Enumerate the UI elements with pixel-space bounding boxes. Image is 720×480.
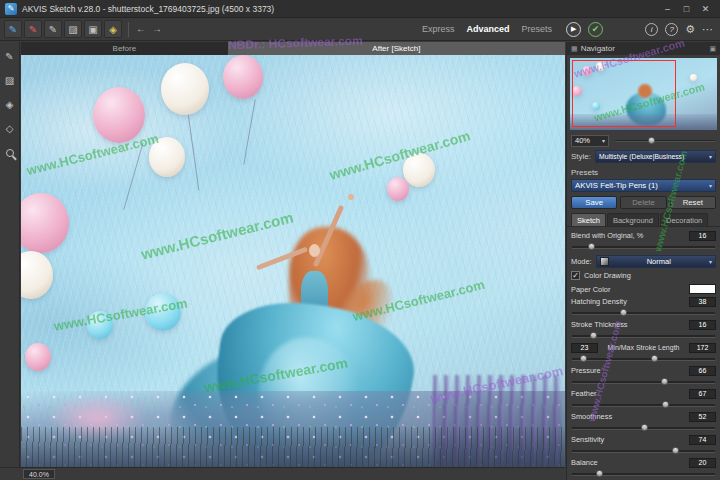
checkbox-label: Color Drawing: [584, 271, 631, 280]
app-icon: ✎: [5, 3, 17, 15]
parameter-list: Blend with Original, % 16 Mode: Normal ▾…: [567, 226, 720, 479]
pin-icon[interactable]: ▣: [709, 45, 716, 53]
mode-label: Mode:: [571, 257, 592, 266]
status-zoom-value[interactable]: 40.0%: [23, 469, 55, 479]
eraser-icon[interactable]: ▨: [64, 20, 82, 38]
brush-tool-icon[interactable]: ✎: [2, 49, 17, 64]
grid-icon: ▦: [571, 45, 578, 53]
param-slider[interactable]: [571, 399, 716, 410]
slider-thumb[interactable]: [672, 447, 679, 454]
param-label: Min/Max Stroke Length: [608, 344, 680, 351]
view-tabbar: Before After [Sketch]: [21, 42, 565, 55]
slider-thumb[interactable]: [620, 309, 627, 316]
tab-decoration[interactable]: Decoration: [660, 213, 708, 226]
status-bar: 40.0%: [0, 467, 565, 480]
slider-thumb[interactable]: [596, 470, 603, 477]
redo-icon[interactable]: →: [149, 21, 165, 37]
navigator-header: ▦ Navigator ▣: [567, 42, 720, 55]
slider-thumb[interactable]: [588, 243, 595, 250]
undo-icon[interactable]: ←: [133, 21, 149, 37]
param-value[interactable]: 67: [689, 389, 716, 399]
param-value[interactable]: 20: [689, 458, 716, 468]
preset-dropdown[interactable]: AKVIS Felt-Tip Pens (1) ▾: [571, 179, 716, 192]
navigator-thumbnail[interactable]: [570, 58, 717, 130]
chevron-down-icon: ▾: [709, 182, 712, 189]
param-value[interactable]: 16: [689, 320, 716, 330]
param-value[interactable]: 66: [689, 366, 716, 376]
tab-background[interactable]: Background: [607, 213, 659, 226]
image-canvas[interactable]: www.HCsoftwear.com www.HCsoftwear.com ww…: [21, 55, 565, 467]
white-balloon: [149, 137, 185, 177]
blend-mode-icon: [600, 257, 609, 266]
zoom-tool-icon[interactable]: [2, 145, 17, 160]
color-drawing-checkbox[interactable]: [571, 271, 580, 280]
mode-express[interactable]: Express: [422, 24, 455, 34]
hand-tool-icon[interactable]: ◇: [2, 121, 17, 136]
param-slider[interactable]: [571, 330, 716, 341]
param-range-slider[interactable]: [571, 353, 716, 364]
minimize-icon[interactable]: –: [658, 2, 677, 16]
eraser-tool-icon[interactable]: ▨: [2, 73, 17, 88]
help-icon[interactable]: ?: [665, 23, 678, 36]
param-min-value[interactable]: 23: [571, 343, 598, 353]
param-slider[interactable]: [571, 241, 716, 252]
param-slider[interactable]: [571, 307, 716, 318]
preset-value: AKVIS Felt-Tip Pens (1): [575, 181, 658, 190]
mode-dropdown[interactable]: Normal ▾: [596, 255, 716, 268]
slider-thumb-max[interactable]: [651, 355, 658, 362]
info-icon[interactable]: i: [645, 23, 658, 36]
param-value[interactable]: 16: [689, 231, 716, 241]
reset-button[interactable]: Reset: [670, 196, 716, 209]
slider-thumb-min[interactable]: [580, 355, 587, 362]
tab-sketch[interactable]: Sketch: [571, 213, 606, 226]
chevron-down-icon: ▾: [709, 258, 712, 265]
slider-thumb[interactable]: [590, 332, 597, 339]
style-row: Style: Multistyle (Deluxe|Business) ▾: [567, 148, 720, 165]
param-slider[interactable]: [571, 468, 716, 479]
mode-advanced[interactable]: Advanced: [467, 24, 510, 34]
blue-balloon: [87, 311, 113, 339]
param-value[interactable]: 38: [689, 297, 716, 307]
more-icon[interactable]: ⋯: [702, 23, 713, 36]
white-balloon: [161, 63, 209, 115]
slider-thumb[interactable]: [662, 401, 669, 408]
main-toolbar: ✎ ✎ ✎ ▨ ▣ ◈ ← → Express Advanced Presets…: [0, 18, 720, 41]
style-dropdown[interactable]: Multistyle (Deluxe|Business) ▾: [595, 150, 716, 163]
pencil-red-icon[interactable]: ✎: [24, 20, 42, 38]
param-slider[interactable]: [571, 376, 716, 387]
param-value[interactable]: 74: [689, 435, 716, 445]
gear-icon[interactable]: ⚙: [685, 23, 695, 36]
app-window: ✎ AKVIS Sketch v.28.0 - shutterstock_176…: [0, 0, 720, 480]
paper-color-swatch[interactable]: [689, 284, 716, 294]
white-balloon: [403, 153, 435, 187]
mode-presets[interactable]: Presets: [522, 24, 553, 34]
param-label: Feather: [571, 389, 596, 398]
layers-icon[interactable]: ▣: [84, 20, 102, 38]
param-value[interactable]: 52: [689, 412, 716, 422]
param-slider[interactable]: [571, 422, 716, 433]
delete-button[interactable]: Delete: [620, 196, 666, 209]
param-max-value[interactable]: 172: [689, 343, 716, 353]
save-button[interactable]: Save: [571, 196, 617, 209]
maximize-icon[interactable]: □: [677, 2, 696, 16]
zoom-select[interactable]: 40% ▾: [571, 135, 609, 147]
zoom-slider-thumb[interactable]: [648, 137, 655, 144]
slider-thumb[interactable]: [641, 424, 648, 431]
pencil-gray-icon[interactable]: ✎: [44, 20, 62, 38]
tab-after[interactable]: After [Sketch]: [228, 42, 565, 55]
tab-before[interactable]: Before: [21, 42, 228, 55]
apply-button[interactable]: ✔: [588, 22, 603, 37]
navigator-view-frame[interactable]: [572, 60, 676, 127]
run-button[interactable]: ▶: [566, 22, 581, 37]
pencil-blue-icon[interactable]: ✎: [4, 20, 22, 38]
close-icon[interactable]: ✕: [696, 2, 715, 16]
param-smoothness: Smoothness 52: [571, 411, 716, 433]
tool-sidebar: ✎ ▨ ◈ ◇: [0, 42, 20, 467]
param-hatching: Hatching Density 38: [571, 296, 716, 318]
zoom-slider[interactable]: [614, 135, 716, 146]
slider-thumb[interactable]: [661, 378, 668, 385]
picker-icon[interactable]: ◈: [104, 20, 122, 38]
param-slider[interactable]: [571, 445, 716, 456]
picker-tool-icon[interactable]: ◈: [2, 97, 17, 112]
param-label: Blend with Original, %: [571, 231, 643, 240]
